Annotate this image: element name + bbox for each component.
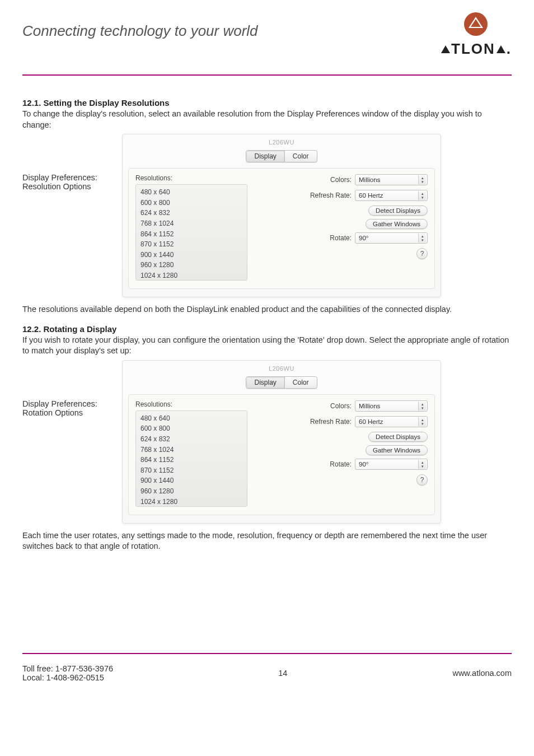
list-item[interactable]: 870 x 1152: [140, 239, 242, 250]
refresh-rate-label: Refresh Rate:: [310, 418, 352, 426]
display-panel: Resolutions: 480 x 640 600 x 800 624 x 8…: [128, 394, 435, 515]
list-item[interactable]: 960 x 1280: [140, 260, 242, 270]
list-item[interactable]: 480 x 640: [140, 413, 242, 424]
gather-windows-button[interactable]: Gather Windows: [366, 219, 428, 229]
figure-resolution-options: Display Preferences: Resolution Options …: [22, 134, 512, 297]
rotate-label: Rotate:: [330, 234, 352, 242]
refresh-rate-select[interactable]: 60 Hertz ▴▾: [355, 190, 428, 201]
triangle-icon: [496, 45, 505, 53]
brand-wordmark: TLON .: [440, 40, 512, 58]
stepper-icon: ▴▾: [418, 175, 426, 184]
tagline: Connecting technology to your world: [22, 22, 258, 40]
figure-side-label: Display Preferences: Rotation Options: [22, 360, 118, 417]
list-item[interactable]: 900 x 1440: [140, 250, 242, 260]
section-12-1-intro: To change the display's resolution, sele…: [22, 109, 512, 130]
help-button[interactable]: ?: [416, 474, 428, 486]
tab-color[interactable]: Color: [284, 151, 317, 162]
display-panel: Resolutions: 480 x 640 600 x 800 624 x 8…: [128, 168, 435, 289]
display-preferences-window: L206WU Display Color Resolutions: 480 x …: [122, 134, 441, 297]
section-12-2-title: 12.2. Rotating a Display: [22, 324, 512, 334]
list-item[interactable]: 1024 x 1280: [140, 497, 242, 507]
section-12-2-intro: If you wish to rotate your display, you …: [22, 335, 512, 357]
list-item[interactable]: 960 x 1280: [140, 486, 242, 497]
window-title: L206WU: [128, 138, 435, 150]
list-item[interactable]: 1024 x 1280: [140, 270, 242, 281]
stepper-icon: ▴▾: [418, 191, 426, 200]
stepper-icon: ▴▾: [418, 402, 426, 410]
figure-rotation-options: Display Preferences: Rotation Options L2…: [22, 360, 512, 524]
gather-windows-button[interactable]: Gather Windows: [366, 445, 428, 455]
tab-bar: Display Color: [128, 150, 435, 162]
rotate-select[interactable]: 90° ▴▾: [355, 459, 428, 470]
tab-color[interactable]: Color: [284, 377, 317, 388]
section-12-2-outro: Each time the user rotates, any settings…: [22, 530, 512, 552]
refresh-rate-select[interactable]: 60 Hertz ▴▾: [355, 416, 428, 427]
list-item[interactable]: 624 x 832: [140, 434, 242, 445]
list-item[interactable]: 864 x 1152: [140, 229, 242, 240]
resolutions-header: Resolutions:: [135, 174, 247, 182]
detect-displays-button[interactable]: Detect Displays: [368, 206, 428, 216]
window-title: L206WU: [128, 364, 435, 376]
rotate-select[interactable]: 90° ▴▾: [355, 232, 428, 244]
page-header: Connecting technology to your world TLON…: [22, 11, 512, 76]
resolutions-list[interactable]: 480 x 640 600 x 800 624 x 832 768 x 1024…: [135, 184, 247, 281]
stepper-icon: ▴▾: [418, 234, 426, 242]
list-item[interactable]: 600 x 800: [140, 423, 242, 434]
tab-display[interactable]: Display: [246, 151, 284, 162]
help-button[interactable]: ?: [416, 248, 428, 259]
rotate-label: Rotate:: [330, 460, 352, 468]
resolutions-header: Resolutions:: [135, 400, 247, 408]
page-footer: Toll free: 1-877-536-3976 Local: 1-408-9…: [22, 653, 512, 682]
colors-label: Colors:: [330, 176, 352, 184]
list-item[interactable]: 480 x 640: [140, 187, 242, 198]
resolutions-list[interactable]: 480 x 640 600 x 800 624 x 832 768 x 1024…: [135, 410, 247, 507]
display-preferences-window: L206WU Display Color Resolutions: 480 x …: [122, 360, 441, 524]
colors-select[interactable]: Millions ▴▾: [355, 400, 428, 412]
list-item[interactable]: 870 x 1152: [140, 465, 242, 476]
list-item[interactable]: 768 x 1024: [140, 218, 242, 229]
stepper-icon: ▴▾: [418, 460, 426, 469]
stepper-icon: ▴▾: [418, 417, 426, 426]
atlona-mark-icon: [463, 11, 489, 37]
colors-label: Colors:: [330, 402, 352, 410]
tab-bar: Display Color: [128, 376, 435, 389]
footer-url: www.atlona.com: [452, 669, 512, 678]
page-number: 14: [113, 669, 452, 678]
list-item[interactable]: 624 x 832: [140, 208, 242, 218]
detect-displays-button[interactable]: Detect Displays: [368, 432, 428, 442]
tab-display[interactable]: Display: [246, 377, 284, 388]
refresh-rate-label: Refresh Rate:: [310, 192, 352, 199]
triangle-icon: [441, 45, 450, 53]
list-item[interactable]: 900 x 1440: [140, 475, 242, 486]
section-12-1-title: 12.1. Setting the Display Resolutions: [22, 98, 512, 108]
list-item[interactable]: 600 x 800: [140, 198, 242, 208]
list-item[interactable]: 768 x 1024: [140, 445, 242, 455]
colors-select[interactable]: Millions ▴▾: [355, 174, 428, 185]
list-item[interactable]: 864 x 1152: [140, 455, 242, 465]
brand-logo: TLON .: [440, 11, 512, 58]
footer-phone: Toll free: 1-877-536-3976 Local: 1-408-9…: [22, 664, 113, 682]
figure-side-label: Display Preferences: Resolution Options: [22, 134, 118, 191]
section-12-1-outro: The resolutions available depend on both…: [22, 304, 512, 315]
